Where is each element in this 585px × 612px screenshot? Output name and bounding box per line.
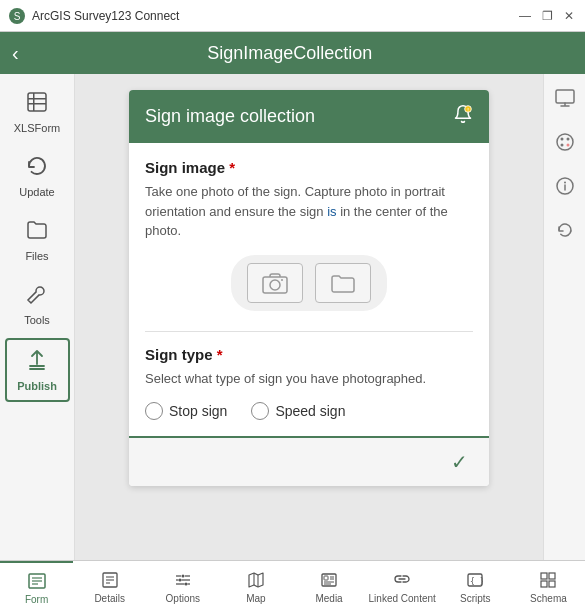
tab-scripts-label: Scripts <box>460 593 491 604</box>
svg-rect-41 <box>324 576 328 580</box>
stop-sign-label: Stop sign <box>169 403 227 419</box>
camera-button[interactable] <box>247 263 303 303</box>
svg-rect-2 <box>28 93 46 111</box>
sidebar-label-files: Files <box>25 250 48 262</box>
scripts-tab-icon: { } <box>467 572 483 591</box>
folder-button[interactable] <box>315 263 371 303</box>
palette-icon[interactable] <box>549 126 581 158</box>
tab-form[interactable]: Form <box>0 561 73 612</box>
sign-type-description: Select what type of sign you have photog… <box>145 369 473 389</box>
close-button[interactable]: ✕ <box>561 8 577 24</box>
bell-icon: ! <box>453 104 473 129</box>
tab-linked[interactable]: Linked Content <box>366 561 439 612</box>
radio-circle-speed <box>251 402 269 420</box>
sign-type-label: Sign type * <box>145 346 473 363</box>
required-star-1: * <box>229 159 235 176</box>
files-icon <box>25 218 49 246</box>
svg-text:S: S <box>14 11 21 22</box>
linked-tab-icon <box>394 572 410 591</box>
svg-point-15 <box>560 144 563 147</box>
svg-rect-48 <box>541 573 547 579</box>
tab-options[interactable]: Options <box>146 561 219 612</box>
svg-rect-3 <box>28 98 46 100</box>
tab-media[interactable]: Media <box>293 561 366 612</box>
sidebar-label-update: Update <box>19 186 54 198</box>
svg-rect-51 <box>549 581 555 587</box>
tools-icon <box>25 282 49 310</box>
options-tab-icon <box>175 572 191 591</box>
card-header: Sign image collection ! <box>129 90 489 143</box>
title-bar: S ArcGIS Survey123 Connect — ❐ ✕ <box>0 0 585 32</box>
sign-image-label: Sign image * <box>145 159 473 176</box>
sign-type-options: Stop sign Speed sign <box>145 402 473 420</box>
app-header: ‹ SignImageCollection <box>0 32 585 74</box>
radio-speed-sign[interactable]: Speed sign <box>251 402 345 420</box>
minimize-button[interactable]: — <box>517 8 533 24</box>
sidebar-item-tools[interactable]: Tools <box>5 274 70 334</box>
map-tab-icon <box>248 572 264 591</box>
survey-card: Sign image collection ! Sign image * Tak… <box>129 90 489 486</box>
sidebar-label-tools: Tools <box>24 314 50 326</box>
svg-rect-4 <box>28 103 46 105</box>
tab-map[interactable]: Map <box>219 561 292 612</box>
bottom-tabs: Form Details <box>0 560 585 612</box>
speed-sign-label: Speed sign <box>275 403 345 419</box>
maximize-button[interactable]: ❐ <box>539 8 555 24</box>
sidebar-item-publish[interactable]: Publish <box>5 338 70 402</box>
svg-point-28 <box>181 574 184 577</box>
sidebar-label-xlsform: XLSForm <box>14 122 60 134</box>
form-tab-icon <box>28 573 46 592</box>
left-sidebar: XLSForm Update Files <box>0 74 75 560</box>
card-footer: ✓ <box>129 436 489 486</box>
photo-button-group <box>231 255 387 311</box>
svg-rect-5 <box>33 93 35 111</box>
back-button[interactable]: ‹ <box>12 42 19 65</box>
confirm-button[interactable]: ✓ <box>445 448 473 476</box>
publish-icon <box>25 348 49 376</box>
svg-point-31 <box>178 578 181 581</box>
svg-rect-50 <box>541 581 547 587</box>
required-star-2: * <box>217 346 223 363</box>
tab-schema-label: Schema <box>530 593 567 604</box>
tab-details[interactable]: Details <box>73 561 146 612</box>
photo-area <box>145 255 473 311</box>
window-controls[interactable]: — ❐ ✕ <box>517 8 577 24</box>
tab-media-label: Media <box>315 593 342 604</box>
sidebar-item-update[interactable]: Update <box>5 146 70 206</box>
svg-rect-49 <box>549 573 555 579</box>
main-layout: XLSForm Update Files <box>0 74 585 560</box>
svg-point-12 <box>557 134 573 150</box>
app-logo-icon: S <box>8 7 26 25</box>
svg-point-14 <box>566 138 569 141</box>
svg-text:{ }: { } <box>470 577 483 586</box>
update-icon <box>25 154 49 182</box>
card-title: Sign image collection <box>145 106 315 127</box>
monitor-icon[interactable] <box>549 82 581 114</box>
refresh-icon[interactable] <box>549 214 581 246</box>
tab-linked-label: Linked Content <box>369 593 436 604</box>
tab-options-label: Options <box>166 593 200 604</box>
sidebar-item-files[interactable]: Files <box>5 210 70 270</box>
media-tab-icon <box>321 572 337 591</box>
radio-stop-sign[interactable]: Stop sign <box>145 402 227 420</box>
tab-scripts[interactable]: { } Scripts <box>439 561 512 612</box>
sidebar-item-xlsform[interactable]: XLSForm <box>5 82 70 142</box>
svg-rect-11 <box>556 90 574 103</box>
details-tab-icon <box>102 572 118 591</box>
sign-image-description: Take one photo of the sign. Capture phot… <box>145 182 473 241</box>
svg-point-18 <box>564 182 566 184</box>
right-sidebar <box>543 74 585 560</box>
app-title: ArcGIS Survey123 Connect <box>32 9 179 23</box>
schema-tab-icon <box>540 572 556 591</box>
sidebar-label-publish: Publish <box>17 380 57 392</box>
svg-point-10 <box>281 279 283 281</box>
xlsform-icon <box>25 90 49 118</box>
svg-marker-37 <box>249 573 263 587</box>
tab-schema[interactable]: Schema <box>512 561 585 612</box>
svg-point-16 <box>566 144 569 147</box>
svg-point-13 <box>560 138 563 141</box>
radio-circle-stop <box>145 402 163 420</box>
field-divider <box>145 331 473 332</box>
tab-map-label: Map <box>246 593 265 604</box>
info-icon[interactable] <box>549 170 581 202</box>
